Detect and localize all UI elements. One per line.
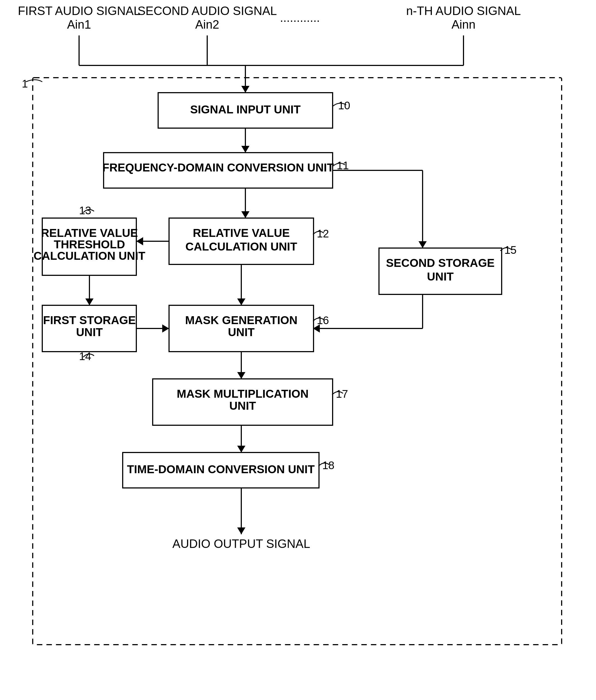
relative-threshold-text1: RELATIVE VALUE: [41, 226, 138, 239]
svg-marker-17: [85, 299, 94, 305]
relative-threshold-ref: 13: [79, 204, 91, 217]
svg-marker-30: [237, 527, 245, 534]
time-domain-ref: 18: [322, 459, 334, 471]
first-storage-ref: 14: [79, 350, 91, 362]
first-audio-label: FIRST AUDIO SIGNAL: [18, 4, 140, 18]
mask-multiplication-text2: UNIT: [229, 399, 256, 412]
svg-marker-11: [419, 241, 427, 248]
dots-label: ............: [280, 11, 320, 24]
signal-input-ref: 10: [338, 100, 350, 111]
diagram-container: FIRST AUDIO SIGNAL Ain1 SECOND AUDIO SIG…: [0, 0, 596, 700]
svg-marker-26: [237, 372, 245, 379]
first-audio-var: Ain1: [67, 18, 91, 31]
relative-value-calc-text1: RELATIVE VALUE: [193, 226, 290, 239]
freq-domain-ref: 11: [337, 159, 349, 172]
svg-marker-6: [241, 86, 249, 93]
first-storage-text2: UNIT: [76, 326, 103, 339]
mask-gen-ref: 16: [317, 314, 329, 326]
svg-marker-28: [237, 446, 245, 452]
nth-audio-label: n-TH AUDIO SIGNAL: [406, 4, 521, 18]
nth-audio-var: Ainn: [451, 18, 475, 31]
relative-threshold-text3: CALCULATION UNIT: [33, 249, 145, 262]
second-audio-var: Ain2: [195, 18, 219, 31]
system-ref: 1: [22, 78, 28, 90]
freq-domain-text: FREQUENCY-DOMAIN CONVERSION UNIT: [102, 161, 334, 174]
svg-marker-13: [241, 211, 249, 218]
mask-generation-text2: UNIT: [228, 326, 255, 339]
svg-marker-21: [237, 299, 245, 305]
time-domain-text: TIME-DOMAIN CONVERSION UNIT: [127, 463, 315, 476]
relative-threshold-text2: THRESHOLD: [54, 238, 125, 251]
mask-generation-text1: MASK GENERATION: [185, 314, 297, 327]
relative-value-calc-text2: CALCULATION UNIT: [185, 240, 297, 253]
audio-output-label: AUDIO OUTPUT SIGNAL: [172, 537, 310, 550]
svg-marker-19: [162, 324, 169, 332]
svg-marker-8: [241, 146, 249, 153]
mask-mult-ref: 17: [336, 388, 348, 400]
second-storage-text2: UNIT: [427, 270, 454, 283]
second-audio-label: SECOND AUDIO SIGNAL: [138, 4, 277, 18]
relative-value-ref: 12: [317, 228, 329, 240]
second-storage-ref: 15: [504, 244, 517, 256]
signal-input-text: SIGNAL INPUT UNIT: [190, 103, 301, 116]
second-storage-text1: SECOND STORAGE: [386, 256, 495, 269]
first-storage-text1: FIRST STORAGE: [43, 314, 136, 327]
mask-multiplication-text1: MASK MULTIPLICATION: [177, 388, 308, 400]
